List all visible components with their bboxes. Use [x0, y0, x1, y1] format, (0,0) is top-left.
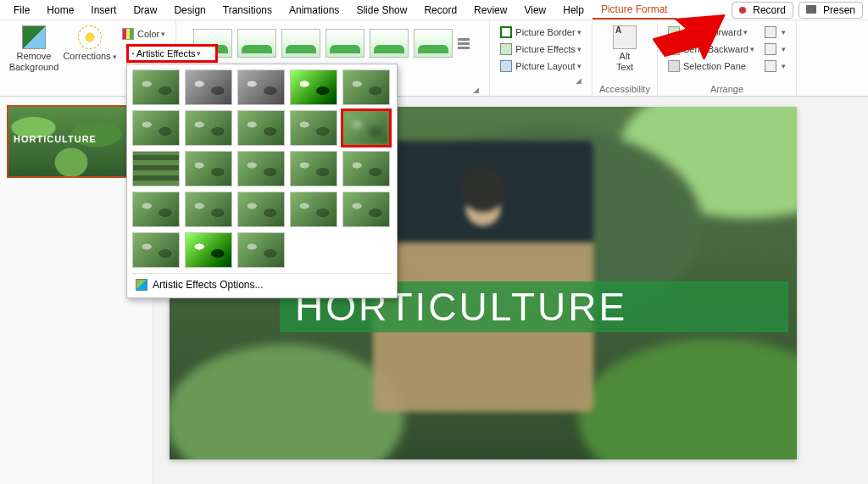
menu-home[interactable]: Home: [38, 2, 82, 19]
color-button[interactable]: Color: [119, 25, 169, 42]
record-button-label: Record: [753, 4, 786, 16]
corrections-label: Corrections: [63, 51, 116, 63]
present-icon: [806, 4, 820, 16]
picture-layout-button[interactable]: Picture Layout: [497, 58, 584, 75]
artistic-effect-option[interactable]: [132, 232, 180, 268]
artistic-effect-option[interactable]: [185, 232, 232, 268]
artistic-effect-option[interactable]: [237, 70, 285, 105]
present-button[interactable]: Presen: [798, 2, 863, 19]
bring-forward-button[interactable]: Bring Forward: [665, 24, 758, 41]
artistic-effect-option[interactable]: [342, 192, 390, 227]
artistic-effect-option[interactable]: [237, 232, 285, 268]
artistic-effect-option[interactable]: [132, 70, 180, 105]
group-button[interactable]: [761, 41, 789, 58]
artistic-effect-option[interactable]: [290, 110, 337, 146]
ribbon-group-accessibility: Alt Text Accessibility: [593, 20, 658, 96]
slide-thumbnail-1[interactable]: HORTICULTURE: [7, 105, 136, 178]
alt-text-label: Alt Text: [616, 51, 633, 73]
picture-style-more-button[interactable]: [458, 29, 473, 58]
artistic-effect-option[interactable]: [342, 70, 390, 105]
alt-text-button[interactable]: Alt Text: [604, 24, 645, 75]
picture-style-thumb[interactable]: [237, 29, 276, 58]
selection-pane-button[interactable]: Selection Pane: [665, 58, 758, 75]
picture-effects-label: Picture Effects: [515, 44, 576, 54]
remove-background-label: Remove Background: [9, 51, 59, 73]
align-button[interactable]: [761, 24, 789, 41]
menu-picture-format[interactable]: Picture Format: [593, 1, 676, 19]
artistic-effects-icon: [132, 53, 134, 54]
arrange-group-label: Arrange: [710, 84, 743, 94]
accessibility-group-label: Accessibility: [599, 84, 650, 94]
present-button-label: Presen: [823, 4, 855, 16]
send-backward-button[interactable]: Send Backward: [665, 41, 758, 58]
alt-text-icon: [613, 25, 637, 49]
picture-style-thumb[interactable]: [414, 29, 453, 58]
artistic-effect-option-selected[interactable]: [342, 110, 390, 146]
bring-forward-label: Bring Forward: [683, 27, 742, 37]
selection-pane-label: Selection Pane: [683, 61, 746, 71]
remove-background-icon: [22, 25, 46, 49]
artistic-effect-option[interactable]: [132, 192, 180, 227]
menu-insert[interactable]: Insert: [82, 2, 125, 19]
artistic-effect-option[interactable]: [290, 70, 337, 105]
artistic-effect-option[interactable]: [342, 151, 390, 186]
artistic-effect-option[interactable]: [185, 192, 232, 227]
artistic-effects-options-label: Artistic Effects Options...: [153, 279, 264, 291]
menu-bar: File Home Insert Draw Design Transitions…: [0, 0, 868, 20]
menu-record[interactable]: Record: [415, 2, 465, 19]
artistic-effect-option[interactable]: [185, 70, 232, 105]
menu-draw[interactable]: Draw: [125, 2, 165, 19]
rotate-button[interactable]: [761, 58, 789, 75]
artistic-effects-options-button[interactable]: Artistic Effects Options...: [132, 273, 392, 296]
menu-slideshow[interactable]: Slide Show: [348, 2, 415, 19]
artistic-effects-button-label: Artistic Effects: [136, 48, 195, 58]
remove-background-button[interactable]: Remove Background: [7, 24, 61, 75]
send-backward-label: Send Backward: [683, 44, 748, 54]
picture-border-button[interactable]: Picture Border: [497, 24, 584, 41]
menu-animations[interactable]: Animations: [281, 2, 348, 19]
artistic-effect-option[interactable]: [185, 151, 232, 186]
ribbon-group-arrange: Bring Forward Send Backward Selection Pa…: [658, 20, 797, 96]
selection-pane-icon: [668, 60, 680, 72]
artistic-effects-button[interactable]: Artistic Effects: [126, 44, 218, 63]
menu-review[interactable]: Review: [465, 2, 515, 19]
record-button[interactable]: Record: [732, 2, 793, 19]
artistic-effect-option[interactable]: [237, 151, 285, 186]
artistic-effect-option[interactable]: [132, 110, 180, 146]
align-icon: [765, 26, 776, 38]
picture-styles-gallery[interactable]: [188, 24, 478, 58]
picture-style-thumb[interactable]: [281, 29, 320, 58]
artistic-effect-option[interactable]: [185, 110, 232, 146]
color-swatch-icon: [122, 28, 134, 40]
menu-help[interactable]: Help: [554, 2, 593, 19]
artistic-effects-gallery: Artistic Effects Options...: [126, 64, 398, 298]
picture-style-thumb[interactable]: [326, 29, 364, 58]
rotate-icon: [765, 60, 776, 72]
menu-transitions[interactable]: Transitions: [214, 2, 281, 19]
record-dot-icon: [739, 4, 749, 16]
picture-border-label: Picture Border: [515, 27, 575, 37]
send-backward-icon: [668, 43, 680, 55]
slide-person-figure: [373, 141, 593, 412]
picture-effects-button[interactable]: Picture Effects: [497, 41, 585, 58]
picture-effects-icon: [500, 43, 512, 55]
slide-thumbnail-title: HORTICULTURE: [14, 134, 129, 144]
dialog-launcher-icon[interactable]: ◢: [576, 76, 581, 85]
artistic-effects-options-icon: [136, 279, 147, 291]
menu-view[interactable]: View: [515, 2, 554, 19]
artistic-effect-option[interactable]: [237, 110, 285, 146]
menu-file[interactable]: File: [5, 2, 38, 19]
dialog-launcher-icon[interactable]: ◢: [473, 86, 479, 94]
corrections-button[interactable]: Corrections: [63, 24, 117, 64]
artistic-effect-option[interactable]: [237, 192, 285, 227]
artistic-effect-option[interactable]: [290, 192, 337, 227]
menu-design[interactable]: Design: [165, 2, 214, 19]
picture-layout-icon: [500, 60, 512, 72]
artistic-effect-option[interactable]: [132, 151, 180, 186]
bring-forward-icon: [668, 26, 680, 38]
picture-style-thumb[interactable]: [370, 29, 409, 58]
picture-border-icon: [500, 26, 512, 38]
artistic-effect-option[interactable]: [290, 151, 337, 186]
picture-layout-label: Picture Layout: [515, 61, 575, 71]
color-label: Color: [137, 29, 159, 39]
